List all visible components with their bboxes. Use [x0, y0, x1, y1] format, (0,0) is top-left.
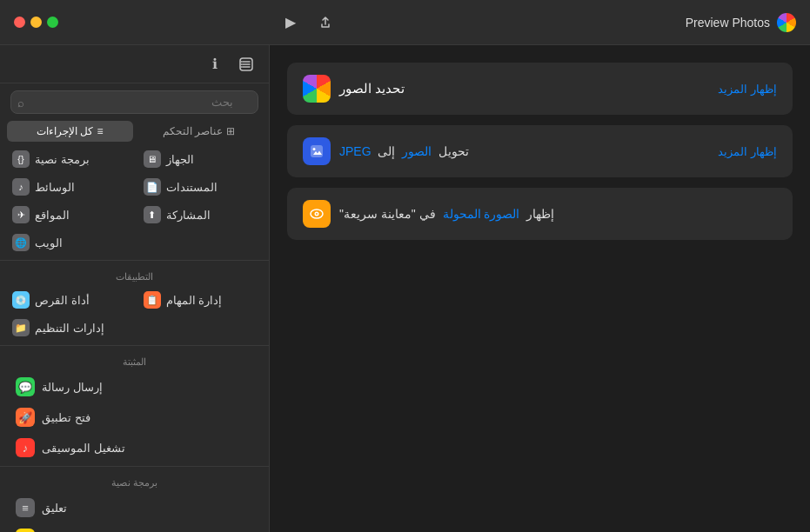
titlebar-left: [14, 17, 58, 28]
device-label: الجهاز: [166, 153, 194, 166]
media-icon: ♪: [12, 178, 30, 196]
open-app-icon: 🚀: [16, 408, 35, 427]
titlebar-actions: ▶: [278, 10, 338, 35]
featured-section-header: المثبتة: [0, 349, 269, 371]
documents-label: المستندات: [166, 181, 218, 194]
category-web[interactable]: الويب 🌐: [3, 229, 135, 256]
maximize-button[interactable]: [47, 17, 58, 28]
play-button[interactable]: ▶: [278, 10, 303, 35]
app-disk-utility[interactable]: أداة القرص 💿: [3, 286, 135, 314]
category-sharing[interactable]: المشاركة ⬆: [135, 201, 266, 229]
scripting-icon: {}: [12, 150, 30, 168]
search-icon: ⌕: [17, 96, 24, 109]
add-action-button[interactable]: [234, 52, 258, 76]
tab-all-actions-label: كل الإجراءات: [37, 125, 93, 137]
web-label: الويب: [35, 236, 63, 249]
main-layout: ℹ ⌕ ≡ كل الإجراءات ⊞ عناصر التحكم: [0, 45, 810, 532]
action-2-icon: [303, 137, 331, 165]
sharing-label: المشاركة: [166, 209, 211, 222]
send-message-label: إرسال رسالة: [42, 381, 103, 394]
tab-all-actions-icon: ≡: [97, 125, 103, 137]
show-result-icon: ⊞: [16, 529, 35, 532]
web-icon: 🌐: [12, 234, 30, 251]
titlebar: ▶ Preview Photos: [0, 0, 810, 45]
info-button[interactable]: ℹ: [203, 52, 227, 76]
scripting-section-header: برمجة نصية: [0, 470, 269, 492]
share-button[interactable]: [313, 10, 338, 35]
category-device[interactable]: الجهاز 🖥: [135, 145, 266, 173]
item-open-app[interactable]: فتح تطبيق 🚀: [5, 402, 264, 432]
send-message-icon: 💬: [16, 377, 35, 396]
play-music-label: تشغيل الموسيقى: [42, 442, 125, 455]
comment-icon: ≡: [16, 498, 35, 517]
organizer-icon: 📁: [12, 319, 30, 336]
action-2-link2[interactable]: JPEG: [339, 144, 372, 158]
divider-featured: [0, 345, 269, 346]
minimize-button[interactable]: [30, 17, 42, 28]
category-documents[interactable]: المستندات 📄: [135, 173, 266, 201]
sidebar-tabs: ≡ كل الإجراءات ⊞ عناصر التحكم: [0, 121, 269, 142]
svg-rect-1: [311, 145, 323, 157]
item-send-message[interactable]: إرسال رسالة 💬: [5, 372, 264, 402]
device-icon: 🖥: [144, 150, 161, 168]
action-2-prefix: تحويل: [438, 144, 469, 158]
action-2-show-more[interactable]: إظهار المزيد: [718, 145, 777, 158]
search-bar: ⌕: [10, 90, 258, 114]
action-3-suffix: في "معاينة سريعة": [339, 207, 436, 221]
action-3-icon: [303, 200, 331, 228]
divider-scripting: [0, 466, 269, 467]
traffic-lights: [14, 17, 58, 28]
organizer-label: إدارات التنظيم: [35, 322, 104, 335]
media-label: الوسائط: [35, 181, 75, 194]
action-2-middle: إلى: [378, 144, 395, 158]
close-button[interactable]: [14, 17, 25, 28]
location-icon: ✈: [12, 206, 30, 223]
tab-controls-label: عناصر التحكم: [163, 125, 223, 137]
task-manager-label: إدارة المهام: [166, 294, 223, 307]
sidebar-scroll: برمجة نصية {} الجهاز 🖥 الوسائط ♪ المستند…: [0, 145, 269, 532]
app-task-manager[interactable]: إدارة المهام 📋: [135, 286, 266, 314]
action-2-right: تحويل الصور إلى JPEG: [303, 137, 469, 165]
open-app-label: فتح تطبيق: [42, 411, 90, 424]
action-3-title: إظهار الصورة المحولة في "معاينة سريعة": [339, 207, 554, 221]
action-1-show-more[interactable]: إظهار المزيد: [718, 83, 777, 96]
action-select-photos: إظهار المزيد تحديد الصور: [287, 63, 793, 115]
window-title: Preview Photos: [686, 16, 770, 30]
svg-point-5: [316, 213, 318, 215]
action-1-title: تحديد الصور: [339, 81, 405, 96]
action-convert-photos: إظهار المزيد تحويل الصور إلى JPEG: [287, 125, 793, 177]
comment-label: تعليق: [42, 502, 67, 515]
search-input[interactable]: [10, 90, 258, 114]
action-show-converted: إظهار الصورة المحولة في "معاينة سريعة": [287, 188, 793, 240]
action-2-link1[interactable]: الصور: [402, 144, 432, 158]
item-comment[interactable]: تعليق ≡: [5, 493, 264, 522]
scripting-label: برمجة نصية: [35, 153, 90, 166]
task-manager-icon: 📋: [144, 291, 161, 309]
item-play-music[interactable]: تشغيل الموسيقى ♪: [5, 433, 264, 462]
sharing-icon: ⬆: [144, 206, 161, 223]
action-1-right: تحديد الصور: [303, 75, 405, 103]
content-area: إظهار المزيد تحديد الصور إظهار المزيد تح…: [270, 45, 810, 532]
action-3-prefix: إظهار: [526, 207, 554, 221]
location-label: المواقع: [35, 209, 70, 222]
action-3-right: إظهار الصورة المحولة في "معاينة سريعة": [303, 200, 554, 228]
action-3-link[interactable]: الصورة المحولة: [443, 207, 520, 221]
tab-controls[interactable]: ⊞ عناصر التحكم: [137, 121, 263, 142]
divider-apps: [0, 260, 269, 261]
tab-all-actions[interactable]: ≡ كل الإجراءات: [7, 121, 133, 142]
sidebar: ℹ ⌕ ≡ كل الإجراءات ⊞ عناصر التحكم: [0, 45, 270, 532]
category-scripting[interactable]: برمجة نصية {}: [3, 145, 135, 173]
action-1-icon: [303, 75, 331, 103]
sidebar-toolbar: ℹ: [0, 45, 269, 83]
item-show-result[interactable]: إظهار النتيجة ⊞: [5, 523, 264, 532]
action-2-title: تحويل الصور إلى JPEG: [339, 144, 469, 158]
svg-point-2: [313, 148, 316, 150]
category-media[interactable]: الوسائط ♪: [3, 173, 135, 201]
titlebar-right: Preview Photos: [686, 13, 796, 32]
apps-grid: أداة القرص 💿 إدارة المهام 📋 إدارات التنظ…: [0, 286, 269, 342]
photos-app-icon: [777, 13, 796, 32]
category-location[interactable]: المواقع ✈: [3, 201, 135, 229]
disk-utility-label: أداة القرص: [35, 294, 90, 307]
play-music-icon: ♪: [16, 438, 35, 457]
app-organizer[interactable]: إدارات التنظيم 📁: [3, 314, 135, 342]
